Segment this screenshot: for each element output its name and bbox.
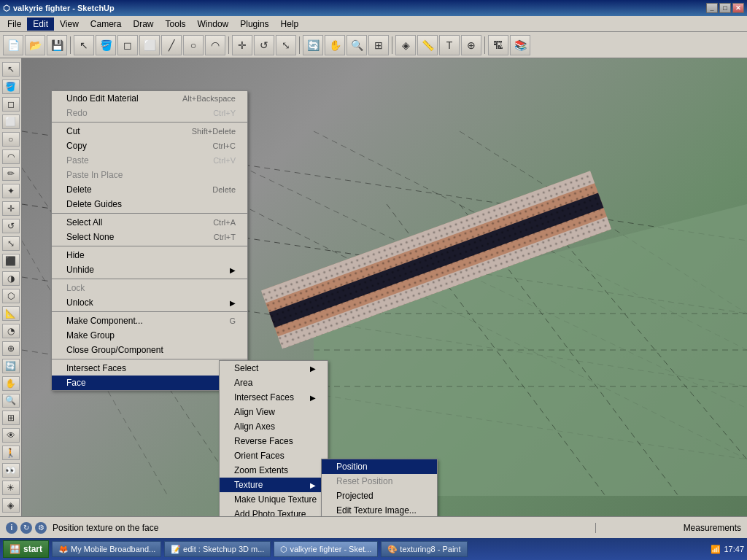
taskbar-item-editor[interactable]: 📝 edit : Sketchup 3D m... [164, 541, 271, 557]
tool-rotate[interactable]: ↺ [254, 35, 274, 55]
face-texture[interactable]: Texture ▶ [220, 478, 328, 492]
sidebar-offset[interactable]: ⬡ [2, 289, 20, 303]
sidebar-star[interactable]: ✦ [2, 184, 20, 198]
tool-layers[interactable]: 📚 [510, 35, 530, 55]
menu-intersect-faces[interactable]: Intersect Faces ▶ [52, 361, 247, 376]
sidebar-arc[interactable]: ◠ [2, 149, 20, 164]
minimize-button[interactable]: _ [706, 3, 718, 13]
sidebar-walk[interactable]: 🚶 [2, 446, 20, 460]
menu-cut[interactable]: Cut Shift+Delete [52, 124, 247, 139]
menu-face[interactable]: Face ▶ [52, 376, 247, 390]
tool-zoom-extents[interactable]: ⊞ [368, 35, 389, 55]
sidebar-look[interactable]: 👀 [2, 463, 20, 478]
tool-new[interactable]: 📄 [3, 35, 23, 55]
sidebar-tape[interactable]: 📐 [2, 306, 20, 321]
taskbar-item-paint[interactable]: 🎨 texturing8 - Paint [381, 541, 467, 557]
face-select[interactable]: Select ▶ [220, 361, 328, 376]
sidebar-follow[interactable]: ◑ [2, 271, 20, 286]
sidebar-protractor[interactable]: ◔ [2, 324, 20, 338]
tool-pan[interactable]: ✋ [325, 35, 345, 55]
tool-measure[interactable]: 📏 [417, 35, 438, 55]
face-intersect[interactable]: Intersect Faces ▶ [220, 390, 328, 405]
menu-tools[interactable]: Tools [160, 18, 192, 31]
menu-make-group[interactable]: Make Group [52, 328, 247, 343]
taskbar-item-sketchup[interactable]: ⬡ valkyrie fighter - Sket... [274, 541, 378, 557]
sidebar-pencil[interactable]: ✏ [2, 167, 20, 182]
tool-section[interactable]: ◈ [395, 35, 416, 55]
menu-plugins[interactable]: Plugins [234, 18, 274, 31]
menu-unhide[interactable]: Unhide ▶ [52, 262, 247, 277]
texture-position[interactable]: Position [322, 459, 437, 474]
menu-file[interactable]: File [1, 18, 27, 31]
tool-scale[interactable]: ⤡ [276, 35, 296, 55]
canvas-area[interactable]: Undo Edit Material Alt+Backspace Redo Ct… [22, 58, 747, 516]
sidebar-sun[interactable]: ☀ [2, 481, 20, 495]
texture-projected[interactable]: Projected [322, 489, 437, 503]
face-add-photo[interactable]: Add Photo Texture [220, 507, 328, 516]
face-make-unique[interactable]: Make Unique Texture [220, 492, 328, 507]
sidebar-section[interactable]: ◈ [2, 498, 20, 513]
tool-save[interactable]: 💾 [47, 35, 67, 55]
menu-help[interactable]: Help [275, 18, 305, 31]
menu-edit[interactable]: Edit [27, 18, 54, 31]
tool-orbit[interactable]: 🔄 [303, 35, 323, 55]
face-orient[interactable]: Orient Faces [220, 448, 328, 463]
close-button[interactable]: ✕ [732, 3, 744, 13]
tool-move[interactable]: ✛ [232, 35, 252, 55]
tool-circle[interactable]: ○ [183, 35, 204, 55]
sidebar-zoomextents[interactable]: ⊞ [2, 411, 20, 425]
menu-select-none[interactable]: Select None Ctrl+T [52, 230, 247, 244]
menu-window[interactable]: Window [192, 18, 235, 31]
tool-cursor[interactable]: ↖ [74, 35, 94, 55]
start-button[interactable]: 🪟 start [3, 540, 49, 558]
menu-undo[interactable]: Undo Edit Material Alt+Backspace [52, 91, 247, 106]
menu-draw[interactable]: Draw [128, 18, 160, 31]
menu-camera[interactable]: Camera [85, 18, 128, 31]
texture-position-label: Position [336, 462, 368, 472]
menu-close-group[interactable]: Close Group/Component [52, 343, 247, 357]
titlebar-controls: _ □ ✕ [706, 3, 744, 13]
toolbar: 📄 📂 💾 ↖ 🪣 ◻ ⬜ ╱ ○ ◠ ✛ ↺ ⤡ 🔄 ✋ 🔍 ⊞ ◈ 📏 T … [0, 32, 747, 58]
tool-comp[interactable]: 🏗 [488, 35, 508, 55]
texture-edit-image[interactable]: Edit Texture Image... [322, 503, 437, 516]
tool-arc[interactable]: ◠ [205, 35, 225, 55]
sidebar-axis[interactable]: ⊕ [2, 341, 20, 356]
sidebar-pan[interactable]: ✋ [2, 376, 20, 391]
face-zoom-extents[interactable]: Zoom Extents [220, 463, 328, 478]
taskbar-item-browser[interactable]: 🦊 My Mobile Broadband... [52, 541, 161, 557]
sidebar-zoom[interactable]: 🔍 [2, 394, 20, 408]
sidebar-eye[interactable]: 👁 [2, 428, 20, 443]
menu-make-group-label: Make Group [66, 330, 115, 341]
sidebar-push[interactable]: ⬛ [2, 254, 20, 268]
sidebar-erase[interactable]: ◻ [2, 97, 20, 112]
tool-rect[interactable]: ⬜ [139, 35, 160, 55]
face-area[interactable]: Area [220, 376, 328, 390]
menu-unlock[interactable]: Unlock ▶ [52, 295, 247, 310]
sidebar-orbit[interactable]: 🔄 [2, 359, 20, 373]
tool-erase[interactable]: ◻ [117, 35, 138, 55]
tool-line[interactable]: ╱ [161, 35, 182, 55]
tool-zoom[interactable]: 🔍 [347, 35, 367, 55]
menu-delete[interactable]: Delete Delete [52, 182, 247, 197]
tool-paint[interactable]: 🪣 [96, 35, 116, 55]
menu-make-component[interactable]: Make Component... G [52, 314, 247, 328]
sidebar-rotate[interactable]: ↺ [2, 219, 20, 233]
tool-open[interactable]: 📂 [25, 35, 45, 55]
menu-select-all[interactable]: Select All Ctrl+A [52, 215, 247, 230]
menu-hide[interactable]: Hide [52, 248, 247, 262]
maximize-button[interactable]: □ [719, 3, 731, 13]
sidebar-circle[interactable]: ○ [2, 132, 20, 147]
sidebar-scale[interactable]: ⤡ [2, 236, 20, 251]
menu-view[interactable]: View [54, 18, 85, 31]
sidebar-paint[interactable]: 🪣 [2, 79, 20, 94]
tool-text[interactable]: T [439, 35, 460, 55]
face-align-axes[interactable]: Align Axes [220, 419, 328, 434]
face-align-view[interactable]: Align View [220, 405, 328, 419]
face-reverse[interactable]: Reverse Faces [220, 434, 328, 448]
tool-axes[interactable]: ⊕ [461, 35, 481, 55]
menu-delete-guides[interactable]: Delete Guides [52, 197, 247, 211]
sidebar-select[interactable]: ↖ [2, 62, 20, 77]
sidebar-move[interactable]: ✛ [2, 201, 20, 216]
sidebar-rect[interactable]: ⬜ [2, 114, 20, 129]
menu-copy[interactable]: Copy Ctrl+C [52, 139, 247, 153]
